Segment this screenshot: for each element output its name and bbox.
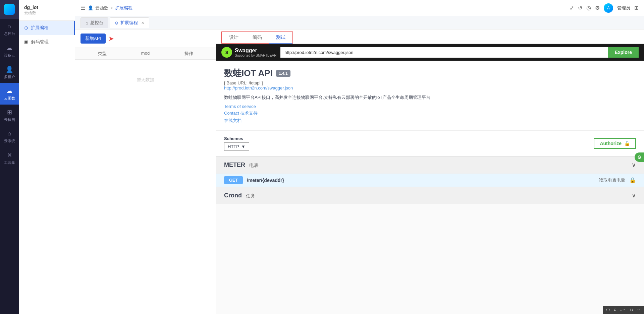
fullscreen-icon[interactable]: ⤢ <box>570 5 574 11</box>
docs-link[interactable]: 在线文档 <box>224 118 636 124</box>
right-panel: 设计 编码 测试 <box>216 29 644 314</box>
endpoint-desc: 读取电表电量 <box>599 177 625 183</box>
tab-ext-prog-label: 扩展编程 <box>120 20 138 26</box>
swagger-section-meter-title: METER <box>224 162 245 168</box>
swagger-area: S Swagger Supported by SMARTBEAR Explore <box>216 44 644 314</box>
floating-settings-icon: ⚙ <box>637 154 642 160</box>
app-logo <box>0 0 19 19</box>
grid-icon[interactable]: ⊞ <box>634 5 639 11</box>
status-layout: ↕↔ <box>620 307 626 313</box>
sidebar-item-multi-tenant[interactable]: 👤 多租户 <box>0 62 19 83</box>
sidebar-item-tools[interactable]: ✕ 工具集 <box>0 147 19 169</box>
cloud-func-icon: ☁ <box>6 87 12 95</box>
endpoint-lock-icon: 🔒 <box>629 177 636 183</box>
nav-item-decode-mgmt-label: 解码管理 <box>31 39 49 45</box>
scheme-value: HTTP <box>228 144 239 149</box>
tools-icon: ✕ <box>7 151 12 159</box>
sidebar-item-device-cloud[interactable]: ☁ 设备云 <box>0 40 19 62</box>
schemes-select[interactable]: HTTP ▼ <box>224 142 249 151</box>
tabs-bar: ⌂ 总控台 ⊙ 扩展编程 ✕ <box>75 16 644 29</box>
breadcrumb-icon: 👤 <box>88 5 93 10</box>
swagger-info: 数蛙IOT API 1.4.1 [ Base URL: /iotapi ] ht… <box>216 61 644 130</box>
swagger-section-crond-chevron: ∨ <box>632 192 636 199</box>
swagger-section-meter-sub: 电表 <box>249 163 259 168</box>
tab-code[interactable]: 编码 <box>246 32 269 43</box>
endpoint-path: /meter/{devaddr} <box>247 178 595 183</box>
tab-test[interactable]: 测试 <box>269 32 292 44</box>
sidebar-item-cloud-sys[interactable]: ⌂ 云系统 <box>0 126 19 147</box>
sidebar-item-dashboard[interactable]: ⌂ 总控台 <box>0 19 19 40</box>
secondary-sidebar: dg_iot 云函数 ⊙ 扩展编程 ▣ 解码管理 <box>19 0 75 314</box>
status-sound: ♫ <box>613 307 616 313</box>
schemes-label: Schemes <box>224 136 249 141</box>
nav-item-ext-prog[interactable]: ⊙ 扩展编程 <box>19 21 75 35</box>
tab-test-label: 测试 <box>276 35 285 40</box>
contact-link[interactable]: Contact 技术支持 <box>224 110 636 116</box>
tab-ext-prog[interactable]: ⊙ 扩展编程 ✕ <box>110 17 149 28</box>
ext-prog-icon: ⊙ <box>24 25 28 30</box>
sidebar-item-cloud-func[interactable]: ☁ 云函数 <box>0 83 19 105</box>
topbar-right: ⤢ ↺ ◎ ⚙ A 管理员 ⊞ <box>570 3 639 13</box>
avatar: A <box>604 3 613 13</box>
swagger-section-meter-header[interactable]: METER 电表 ∨ <box>216 156 644 173</box>
inner-tabs-container: 设计 编码 测试 <box>216 29 644 44</box>
nav-item-decode-mgmt[interactable]: ▣ 解码管理 <box>19 35 75 49</box>
status-updown: ↑↓ <box>629 307 633 313</box>
add-api-button[interactable]: 新增API <box>80 34 106 44</box>
swagger-section-meter-title-group: METER 电表 <box>224 162 259 169</box>
swagger-url-input[interactable] <box>280 47 608 58</box>
swagger-section-crond-sub: 任务 <box>246 193 255 198</box>
topbar: ☰ 👤 云函数 > 扩展编程 ⤢ ↺ ◎ ⚙ A 管理员 ⊞ <box>75 0 644 16</box>
main-area: ☰ 👤 云函数 > 扩展编程 ⤢ ↺ ◎ ⚙ A 管理员 ⊞ ⌂ <box>75 0 644 314</box>
menu-icon[interactable]: ☰ <box>80 5 85 11</box>
swagger-description: 数蛙物联网平台API接口，高并发全连接物联网平台,支持私有云部署的全开放的IoT… <box>224 95 636 101</box>
swagger-section-crond-header[interactable]: Crond 任务 ∨ <box>216 187 644 204</box>
cloud-sys-icon: ⌂ <box>8 130 11 137</box>
breadcrumb: 👤 云函数 > 扩展编程 <box>88 5 132 11</box>
swagger-api-url-link[interactable]: http://prod.iotn2n.com/swagger.json <box>224 85 293 90</box>
app-sub: 云函数 <box>24 10 69 16</box>
topbar-left: ☰ 👤 云函数 > 扩展编程 <box>80 5 132 11</box>
terms-of-service-link[interactable]: Terms of service <box>224 104 636 109</box>
status-lang[interactable]: 中 <box>606 307 610 313</box>
col-type: 类型 <box>80 51 124 57</box>
logo-icon <box>4 4 15 15</box>
swagger-explore-button[interactable]: Explore <box>608 47 639 58</box>
secondary-header: dg_iot 云函数 <box>19 0 75 21</box>
left-panel: 新增API ➤ 类型 mod 操作 暂无数据 <box>75 29 216 314</box>
decode-mgmt-icon: ▣ <box>24 39 29 45</box>
col-mod: mod <box>124 51 167 57</box>
floating-settings-button[interactable]: ⚙ <box>635 152 644 162</box>
swagger-meta: Terms of service Contact 技术支持 在线文档 <box>224 104 636 124</box>
tab-dashboard[interactable]: ⌂ 总控台 <box>80 17 108 28</box>
arrow-indicator: ➤ <box>108 35 114 43</box>
status-bar: 中 ♫ ↕↔ ↑↓ ↔ <box>603 306 644 314</box>
breadcrumb-cloud-func: 云函数 <box>95 5 108 11</box>
swagger-schemes: Schemes HTTP ▼ Authorize 🔓 <box>216 130 644 156</box>
nav-item-ext-prog-label: 扩展编程 <box>31 25 48 31</box>
swagger-url-bar: Explore <box>280 47 639 58</box>
settings-icon[interactable]: ◎ <box>586 5 591 11</box>
authorize-lock-icon: 🔓 <box>624 141 630 146</box>
swagger-bottom-space <box>216 204 644 224</box>
authorize-label: Authorize <box>600 141 622 146</box>
scheme-dropdown-icon: ▼ <box>241 144 246 149</box>
arrow-icon: ➤ <box>108 35 114 43</box>
tab-close-icon[interactable]: ✕ <box>141 21 144 25</box>
sidebar-item-cloud-detect[interactable]: ⊞ 云检测 <box>0 105 19 126</box>
tab-design-label: 设计 <box>229 35 238 40</box>
swagger-section-crond-title: Crond <box>224 192 242 199</box>
tab-dashboard-label: 总控台 <box>90 20 103 26</box>
tab-dashboard-icon: ⌂ <box>86 20 88 25</box>
tab-design[interactable]: 设计 <box>222 32 246 43</box>
refresh-icon[interactable]: ↺ <box>578 5 582 11</box>
notification-icon[interactable]: ⚙ <box>595 5 600 11</box>
breadcrumb-current: 扩展编程 <box>115 5 132 11</box>
authorize-button[interactable]: Authorize 🔓 <box>594 138 636 149</box>
status-leftright: ↔ <box>637 307 641 313</box>
swagger-baseurl: [ Base URL: /iotapi ] <box>224 80 636 85</box>
swagger-s-icon: S <box>223 49 230 56</box>
swagger-endpoint-meter-get-row[interactable]: GET /meter/{devaddr} 读取电表电量 🔒 <box>216 174 644 187</box>
app-name: dg_iot <box>24 5 69 10</box>
multi-tenant-icon: 👤 <box>6 66 13 73</box>
